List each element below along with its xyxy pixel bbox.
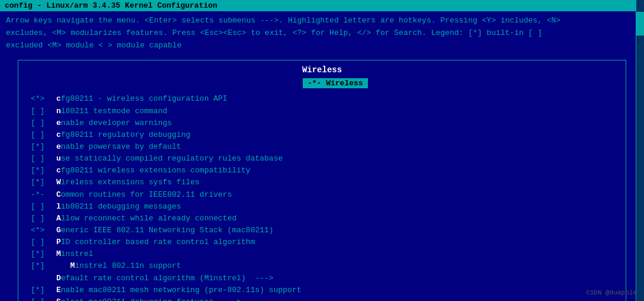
menu-hotkey: e bbox=[56, 142, 61, 151]
menu-hotkey: D bbox=[56, 274, 61, 283]
menu-indicator: <*> bbox=[30, 225, 54, 236]
menu-hotkey: A bbox=[56, 214, 61, 223]
menu-row[interactable]: [ ] lib80211 debugging messages bbox=[30, 201, 614, 213]
menu-hotkey: S bbox=[56, 297, 61, 301]
menu-label: PID controller based rate control algori… bbox=[56, 236, 255, 248]
menu-row[interactable]: [*] Minstrel bbox=[30, 248, 614, 260]
menu-row[interactable]: [*] Wireless extensions sysfs files bbox=[30, 177, 614, 188]
menu-label: lib80211 debugging messages bbox=[56, 201, 181, 213]
menu-indicator: [*] bbox=[30, 284, 54, 296]
menu-row[interactable]: [ ] Select mac80211 debugging features -… bbox=[30, 296, 614, 301]
menu-row[interactable]: [ ] PID controller based rate control al… bbox=[30, 236, 614, 248]
menu-indicator: [ ] bbox=[30, 117, 54, 129]
help-line-1: Arrow keys navigate the menu. <Enter> se… bbox=[6, 15, 638, 27]
menu-row[interactable]: <*> cfg80211 - wireless configuration AP… bbox=[30, 93, 614, 105]
menu-row[interactable]: -*- Common routines for IEEE802.11 drive… bbox=[30, 189, 614, 201]
menu-indicator: [ ] bbox=[30, 129, 54, 141]
menu-row[interactable]: [ ] cfg80211 regulatory debugging bbox=[30, 129, 614, 141]
watermark: CSDN @duapple bbox=[586, 289, 637, 296]
menu-label: Common routines for IEEE802.11 drivers bbox=[56, 189, 232, 201]
menu-row[interactable]: [ ] use statically compiled regulatory r… bbox=[30, 153, 614, 165]
menu-list: <*> cfg80211 - wireless configuration AP… bbox=[18, 93, 626, 301]
menu-hotkey: M bbox=[56, 249, 61, 258]
menu-row[interactable]: <*> Generic IEEE 802.11 Networking Stack… bbox=[30, 225, 614, 236]
menu-indicator: [ ] bbox=[30, 153, 54, 165]
menu-row[interactable]: [*] Enable mac80211 mesh networking (pre… bbox=[30, 284, 614, 296]
menu-hotkey: M bbox=[70, 261, 75, 270]
menu-label: Default rate control algorithm (Minstrel… bbox=[56, 273, 274, 284]
menu-label: Generic IEEE 802.11 Networking Stack (ma… bbox=[56, 225, 274, 236]
menu-row[interactable]: [*] cfg80211 wireless extensions compati… bbox=[30, 165, 614, 177]
title-bar: config - Linux/arm 3.4.35 Kernel Configu… bbox=[0, 0, 644, 11]
menu-indicator: [ ] bbox=[30, 213, 54, 225]
menu-indicator: [*] bbox=[30, 260, 54, 272]
menu-label: cfg80211 regulatory debugging bbox=[56, 129, 190, 141]
menu-label: Wireless extensions sysfs files bbox=[56, 177, 200, 188]
menu-hotkey: c bbox=[56, 166, 61, 175]
menu-indicator bbox=[30, 273, 54, 284]
menu-label: enable developer warnings bbox=[56, 117, 172, 129]
help-line-3: excluded <M> module < > module capable bbox=[6, 40, 638, 52]
page-title: Wireless bbox=[18, 65, 626, 75]
menu-label: cfg80211 wireless extensions compatibili… bbox=[56, 165, 251, 177]
menu-label: Minstrel bbox=[56, 248, 93, 260]
menu-hotkey: c bbox=[56, 94, 61, 103]
menu-indicator: [*] bbox=[30, 177, 54, 188]
menu-indicator: [ ] bbox=[30, 201, 54, 213]
menu-row[interactable]: [*] enable powersave by default bbox=[30, 141, 614, 153]
menu-hotkey: l bbox=[56, 202, 61, 211]
menu-row[interactable]: Default rate control algorithm (Minstrel… bbox=[30, 273, 614, 284]
menu-label: enable powersave by default bbox=[56, 141, 181, 153]
menu-hotkey: W bbox=[56, 178, 61, 187]
menu-row[interactable]: [ ] Allow reconnect while already connec… bbox=[30, 213, 614, 225]
menu-indicator: [*] bbox=[30, 141, 54, 153]
scrollbar-thumb[interactable] bbox=[636, 12, 644, 36]
menu-hotkey: G bbox=[56, 226, 61, 235]
menu-hotkey: e bbox=[56, 119, 61, 127]
menu-hotkey: C bbox=[56, 190, 61, 199]
menu-label: Minstrel 802.11n support bbox=[56, 260, 181, 272]
menu-label: nl80211 testmode command bbox=[56, 105, 167, 117]
menu-hotkey: E bbox=[56, 286, 61, 294]
menu-indicator: -*- bbox=[30, 189, 54, 201]
menu-label: Enable mac80211 mesh networking (pre-802… bbox=[56, 284, 301, 296]
main-content: Wireless -*- Wireless <*> cfg80211 - wir… bbox=[18, 60, 626, 301]
menu-label: cfg80211 - wireless configuration API bbox=[56, 93, 228, 105]
menu-hotkey: n bbox=[56, 107, 61, 116]
menu-hotkey: u bbox=[56, 154, 61, 163]
menu-indicator: <*> bbox=[30, 93, 54, 105]
help-text: Arrow keys navigate the menu. <Enter> se… bbox=[0, 11, 644, 55]
menu-row[interactable]: [ ] enable developer warnings bbox=[30, 117, 614, 129]
menu-indicator: [*] bbox=[30, 248, 54, 260]
menu-indicator: [*] bbox=[30, 165, 54, 177]
menu-hotkey: c bbox=[56, 130, 61, 139]
menu-label: Select mac80211 debugging features ---> bbox=[56, 296, 241, 301]
menu-row[interactable]: [ ] nl80211 testmode command bbox=[30, 105, 614, 117]
menu-label: Allow reconnect while already connected bbox=[56, 213, 236, 225]
menu-label: use statically compiled regulatory rules… bbox=[56, 153, 283, 165]
scrollbar[interactable] bbox=[636, 0, 644, 301]
section-header: -*- Wireless bbox=[303, 78, 368, 88]
menu-indicator: [ ] bbox=[30, 296, 54, 301]
menu-row[interactable]: [*] Minstrel 802.11n support bbox=[30, 260, 614, 272]
help-line-2: excludes, <M> modularizes features. Pres… bbox=[6, 27, 638, 40]
menu-indicator: [ ] bbox=[30, 236, 54, 248]
menu-hotkey: P bbox=[56, 238, 61, 246]
menu-indicator: [ ] bbox=[30, 105, 54, 117]
